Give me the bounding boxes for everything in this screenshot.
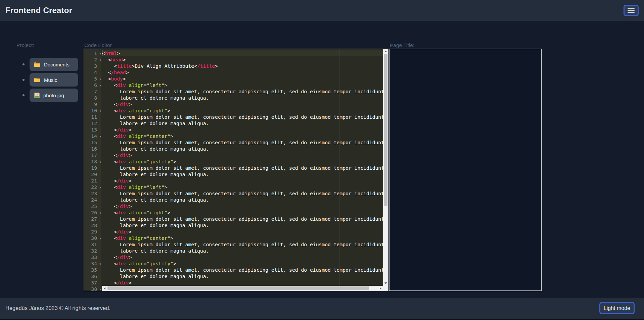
list-item: Music — [22, 73, 78, 87]
list-bullet — [22, 94, 25, 96]
gutter-line-number: 8 — [83, 95, 101, 101]
gutter-line-number: 2▾ — [83, 56, 101, 63]
code-line-26: <div align="right"> — [101, 209, 383, 216]
page: { "header": { "title": "Frontend Creator… — [0, 0, 644, 320]
gutter-line-number: 7 — [83, 88, 101, 95]
code-line-29: </div> — [101, 228, 383, 235]
scrollbar-corner — [383, 286, 388, 291]
gutter-line-number: 28 — [83, 222, 101, 228]
file-button-label: Music — [44, 77, 57, 83]
project-file-list: Documents Music — [22, 58, 78, 102]
code-line-10: <div align="right"> — [101, 107, 383, 114]
gutter-line-number: 24 — [83, 197, 101, 203]
image-icon — [34, 93, 40, 98]
gutter-line-number: 31 — [83, 241, 101, 248]
gutter-line-number: 6▾ — [83, 82, 101, 88]
gutter-line-number: 33 — [83, 254, 101, 260]
code-line-16: labore et dolore magna aliqua. — [101, 146, 383, 152]
scroll-left-arrow-icon[interactable] — [102, 286, 107, 291]
file-button-photo[interactable]: photo.jpg — [30, 89, 78, 102]
menu-toggle-button[interactable] — [624, 5, 639, 16]
code-line-3: <title>Div Align Attribbute</title> — [101, 63, 383, 69]
page-title-label: Page Title: — [390, 42, 414, 48]
code-line-8: labore et dolore magna aliqua. — [101, 95, 383, 101]
code-line-5: <body> — [101, 75, 383, 82]
gutter-line-number: 10▾ — [83, 107, 101, 114]
gutter-line-number: 20 — [83, 171, 101, 177]
code-line-17: </div> — [101, 152, 383, 158]
hamburger-icon — [628, 8, 635, 13]
gutter-line-number: 37 — [83, 279, 101, 286]
vertical-scrollbar-thumb[interactable] — [384, 54, 387, 206]
code-line-20: labore et dolore magna aliqua. — [101, 171, 383, 177]
gutter-line-number: 11 — [83, 114, 101, 120]
code-line-35: Lorem ipsum dolor sit amet, consectetur … — [101, 267, 383, 273]
list-bullet — [22, 79, 25, 81]
gutter-line-number: 1▾ — [83, 50, 101, 56]
scroll-down-arrow-icon[interactable] — [383, 281, 388, 286]
light-mode-button[interactable]: Light mode — [599, 302, 635, 314]
gutter-line-number: 4 — [83, 69, 101, 75]
code-line-22: <div align="left"> — [101, 184, 383, 190]
gutter-line-number: 35 — [83, 267, 101, 273]
gutter-line-number: 34▾ — [83, 260, 101, 267]
list-item: Documents — [22, 58, 78, 71]
code-line-4: </head> — [101, 69, 383, 75]
code-line-1: <html> — [101, 50, 383, 56]
gutter-line-number: 12 — [83, 120, 101, 126]
gutter-line-number: 26▾ — [83, 209, 101, 216]
code-line-28: labore et dolore magna aliqua. — [101, 222, 383, 228]
file-button-label: photo.jpg — [43, 93, 64, 98]
scroll-up-arrow-icon[interactable] — [383, 49, 388, 54]
file-button-music[interactable]: Music — [30, 73, 78, 87]
gutter-line-number: 23 — [83, 190, 101, 197]
vertical-scrollbar[interactable] — [383, 49, 388, 286]
code-line-27: Lorem ipsum dolor sit amet, consectetur … — [101, 216, 383, 222]
code-line-13: </div> — [101, 126, 383, 133]
code-line-11: Lorem ipsum dolor sit amet, consectetur … — [101, 114, 383, 120]
code-line-37: </div> — [101, 279, 383, 286]
gutter-line-number: 16 — [83, 146, 101, 152]
gutter-line-number: 21 — [83, 177, 101, 184]
code-line-6: <div align="left"> — [101, 82, 383, 88]
app-header: Frontend Creator — [0, 0, 644, 21]
gutter-line-number: 17 — [83, 152, 101, 158]
code-editor[interactable]: <html> <head> <title>Div Align Attribbut… — [83, 49, 388, 291]
app-footer: Hegedüs János 2023 © All rights reserved… — [0, 298, 644, 320]
folder-icon — [34, 77, 40, 83]
code-line-36: labore et dolore magna aliqua. — [101, 273, 383, 279]
project-label: Project: — [16, 42, 34, 48]
file-button-label: Documents — [44, 62, 70, 67]
code-line-30: <div align="center"> — [101, 235, 383, 241]
gutter-line-number: 5▾ — [83, 75, 101, 82]
code-line-33: </div> — [101, 254, 383, 260]
gutter-line-number: 36 — [83, 273, 101, 279]
code-line-9: </div> — [101, 101, 383, 107]
horizontal-scrollbar-thumb[interactable] — [107, 286, 369, 290]
gutter-line-number: 25 — [83, 203, 101, 209]
scroll-right-arrow-icon[interactable] — [378, 286, 383, 291]
list-item: photo.jpg — [22, 89, 78, 102]
code-line-34: <div align="justify"> — [101, 260, 383, 267]
gutter-line-number: 32 — [83, 248, 101, 254]
copyright-text: Hegedüs János 2023 © All rights reserved… — [5, 305, 110, 311]
page-title-input[interactable] — [389, 49, 542, 291]
code-lines: <html> <head> <title>Div Align Attribbut… — [101, 50, 383, 291]
code-line-2: <head> — [101, 56, 383, 63]
gutter-line-number: 27 — [83, 216, 101, 222]
code-line-24: labore et dolore magna aliqua. — [101, 197, 383, 203]
gutter-line-number: 3 — [83, 63, 101, 69]
editor-scroller[interactable]: <html> <head> <title>Div Align Attribbut… — [101, 49, 383, 291]
gutter-line-number: 15 — [83, 139, 101, 146]
code-line-21: </div> — [101, 177, 383, 184]
file-button-documents[interactable]: Documents — [30, 58, 78, 71]
gutter-line-number: 22▾ — [83, 184, 101, 190]
text-cursor — [102, 50, 102, 56]
fold-toggle-icon[interactable]: ▾ — [99, 286, 101, 291]
list-bullet — [22, 63, 25, 65]
code-line-19: Lorem ipsum dolor sit amet, consectetur … — [101, 165, 383, 171]
gutter-line-number: 14▾ — [83, 133, 101, 139]
code-editor-label: Code Editor — [84, 42, 112, 48]
horizontal-scrollbar[interactable] — [102, 286, 383, 291]
gutter-line-number: 29 — [83, 228, 101, 235]
